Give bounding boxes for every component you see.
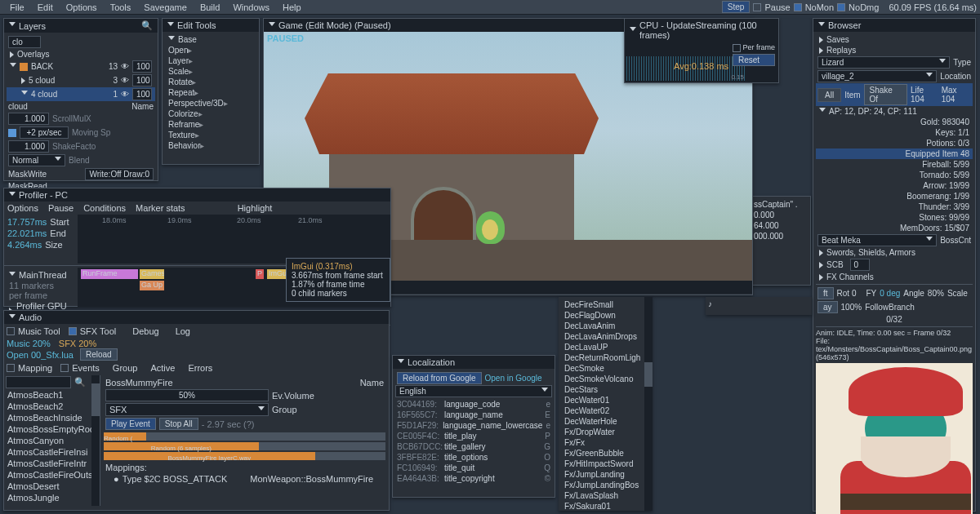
pct[interactable]: 80% [928,289,944,298]
active-label[interactable]: Active [150,363,175,373]
expand-icon[interactable] [21,91,28,98]
reload-google-button[interactable]: Reload from Google [397,372,482,384]
prof-markerstats[interactable]: Marker stats [136,203,185,213]
opacity-val[interactable]: 100 [132,74,152,86]
dec-item[interactable]: Fx/Fx [561,437,650,448]
menu-tools[interactable]: Tools [104,2,138,12]
sfx-dropdown[interactable]: SFX [105,403,269,416]
cloud5-layer[interactable]: 5 cloud [29,76,55,85]
expand-icon[interactable] [10,63,16,70]
tool-perspective[interactable]: Perspective/3D▸ [165,98,256,109]
menu-savegame[interactable]: Savegame [137,2,194,12]
reset-button[interactable]: Reset [733,54,775,66]
eye-icon[interactable]: 👁 [121,90,129,99]
gaup-marker[interactable]: Ga Up [140,281,164,290]
progress-bar[interactable]: Random ( [104,432,385,441]
scrollbar[interactable] [644,297,653,511]
expand-icon[interactable] [819,47,823,54]
tool-colorize[interactable]: Colorize▸ [165,109,256,119]
prof-pause[interactable]: Pause [48,203,74,213]
overlays-label[interactable]: Overlays [17,50,49,59]
replays-item[interactable]: Replays [826,46,856,55]
collapse-icon[interactable] [167,22,174,29]
debug-label[interactable]: Debug [132,326,158,336]
dec-item[interactable]: DecSmokeVolcano [561,374,650,384]
audio-list[interactable]: 🔍 AtmosBeach1AtmosBeach2AtmosBeachInside… [4,375,100,506]
beatmeka-dropdown[interactable]: Beat Meka [817,234,937,246]
ay-btn[interactable]: ay [817,301,838,313]
collapse-icon[interactable] [630,27,636,34]
loc-row[interactable]: 3FBFE82E:title_optionsO [395,452,552,463]
hpct[interactable]: 100% [841,303,862,312]
menu-options[interactable]: Options [60,2,104,12]
dec-item[interactable]: Fx/DropWater [561,427,650,437]
log-label[interactable]: Log [176,326,190,336]
dec-item[interactable]: Fx/LavaSplash [561,490,650,501]
vol-slider[interactable]: 50% [105,389,269,401]
fxch-item[interactable]: FX Channels [826,273,874,281]
menu-help[interactable]: Help [276,2,308,12]
equipped[interactable]: Equipped Item 48 [816,148,973,159]
audio-item[interactable]: AtmosCanyon [4,435,100,446]
all-tab[interactable]: All [817,88,841,102]
search-icon[interactable]: 🔍 [74,377,86,388]
audio-item[interactable]: AtmosBeach2 [4,401,100,412]
dec-item[interactable]: Fx/JumpLandingBos [561,480,650,490]
dec-item[interactable]: DecWater02 [561,405,650,416]
location-dropdown[interactable]: village_2 [817,70,937,82]
dec-item[interactable]: DecFlagDown [561,310,650,321]
dec-item[interactable]: DecLavaUP [561,342,650,352]
deg[interactable]: 0 deg [880,289,900,298]
audio-item[interactable]: AtmosBeach1 [4,389,100,401]
menu-file[interactable]: File [3,2,31,12]
perframe-check[interactable] [733,44,741,52]
audio-item[interactable]: AtmosJungle [4,492,100,503]
play-button[interactable]: Play Event [105,418,156,430]
music-vol[interactable]: Music 20% [7,339,51,348]
audio-item[interactable]: AtmosMouseland [4,503,100,506]
menu-build[interactable]: Build [194,2,226,12]
collapse-icon[interactable] [9,22,16,29]
stopall-button[interactable]: Stop All [159,418,198,430]
expand-icon[interactable] [819,274,823,281]
dec-item[interactable]: Fx/Sakura01 [561,501,650,511]
audio-search[interactable] [6,376,71,388]
loc-row[interactable]: F5D1AF29:language_name_lowercasee [395,420,552,431]
scrollbar[interactable] [91,375,100,506]
scb-val[interactable]: 0 [850,259,870,271]
back-layer[interactable]: BACK [31,62,53,71]
prof-conditions[interactable]: Conditions [83,203,126,213]
saves-item[interactable]: Saves [826,35,849,44]
opacity-val[interactable]: 100 [132,88,152,100]
base-label[interactable]: Base [178,35,197,44]
tool-behavior[interactable]: Behavior▸ [165,140,256,151]
tool-rotate[interactable]: Rotate▸ [165,77,256,87]
dec-item[interactable]: DecReturnRoomLigh [561,352,650,363]
search-icon[interactable]: 🔍 [141,20,153,31]
games-marker[interactable]: Games [140,269,164,279]
menu-windows[interactable]: Windows [226,2,276,12]
sfx-vol[interactable]: SFX 20% [59,339,96,348]
pxsec[interactable]: +2 px/sec [20,126,69,139]
dec-item[interactable]: DecLavaAnim [561,321,650,331]
layers-search[interactable] [8,36,41,48]
expand-icon[interactable] [819,262,823,268]
tool-texture[interactable]: Texture▸ [165,130,256,140]
tool-repeat[interactable]: Repeat▸ [165,87,256,98]
loc-row[interactable]: 3C044169:language_codee [395,399,552,410]
tool-layer[interactable]: Layer▸ [165,55,256,66]
sprite-preview[interactable] [816,363,973,514]
group-label[interactable]: Group [113,363,138,373]
dec-item[interactable]: DecSmoke [561,363,650,374]
collapse-icon[interactable] [818,22,825,29]
progress-bar[interactable]: BossMummyFire layerC.wav [104,452,385,460]
prof-highlight[interactable]: Highlight [238,203,273,213]
runframe-marker[interactable]: RunFrame [81,269,138,279]
profiler-timeline[interactable]: 18.0ms 19.0ms 20.0ms 21.0ms [78,215,390,264]
collapse-icon[interactable] [398,359,404,366]
shake-btn[interactable]: Shake Of [864,84,907,105]
mapping-check[interactable] [7,364,15,372]
expand-icon[interactable] [819,37,823,43]
musictool-check[interactable] [7,327,15,335]
collapse-icon[interactable] [9,314,16,321]
